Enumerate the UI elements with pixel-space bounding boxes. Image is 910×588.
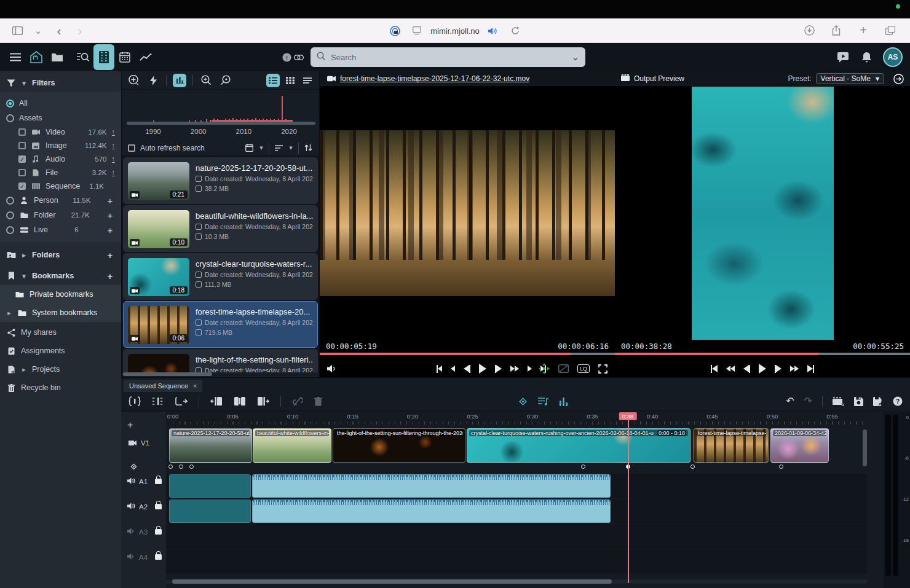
goto-start-icon[interactable] (711, 364, 718, 374)
projects-chevron-icon[interactable]: ▸ (21, 366, 27, 374)
mimir-home-logo[interactable] (26, 47, 47, 68)
audio-track-header-a3[interactable]: A3 (121, 528, 166, 536)
radio-icon[interactable] (6, 114, 14, 122)
checkbox-checked-icon[interactable]: ✓ (18, 155, 26, 163)
checkbox-checked-icon[interactable]: ✓ (18, 182, 26, 190)
mark-out-icon[interactable] (528, 364, 532, 374)
audio-track-header-a4[interactable]: A4 (121, 553, 166, 561)
timeline-clip[interactable]: nature-2025-12-17-20-20-58-utc.m (169, 428, 252, 463)
preset-select[interactable]: Vertical - SoMe ▾ (816, 73, 884, 84)
timeline-clip[interactable]: crystal-clear-turquoise-waters-rushing-o… (467, 428, 690, 463)
goto-end-icon[interactable] (807, 364, 814, 374)
speaker-icon[interactable] (127, 553, 135, 561)
upload-icon[interactable]: ↑ (112, 128, 116, 136)
playhead-time-badge[interactable]: 0:38 (619, 412, 637, 420)
live-add-icon[interactable]: + (105, 225, 115, 235)
sidebar-item-private-bookmarks[interactable]: Private bookmarks (0, 285, 121, 304)
step-back-icon[interactable] (464, 364, 470, 374)
filter-radio-assets[interactable]: Assets (0, 111, 121, 125)
timeline-clip[interactable]: 2026-01-09-06-34-42-ut (770, 428, 829, 463)
folders-add-icon[interactable]: + (105, 250, 115, 261)
reader-view-icon[interactable] (408, 22, 425, 39)
compact-view-icon[interactable] (301, 74, 314, 87)
output-video-viewport[interactable] (692, 87, 834, 340)
filter-type-image[interactable]: Image 112.4K ↑ (0, 139, 121, 152)
user-avatar[interactable]: AS (883, 47, 903, 67)
trim-right-icon[interactable] (257, 396, 269, 406)
downloads-icon[interactable] (801, 22, 818, 39)
sidebar-item-my-shares[interactable]: My shares (0, 323, 121, 342)
asset-list-scrollbar[interactable] (122, 372, 319, 376)
tab-overview-icon[interactable] (882, 22, 899, 39)
asset-list-item[interactable]: 0:21 nature-2025-12-17-20-20-58-ut... Da… (123, 157, 318, 204)
play-button[interactable] (759, 364, 766, 374)
search-in-results-icon[interactable] (199, 74, 213, 87)
speaker-icon[interactable] (127, 528, 135, 536)
reload-icon[interactable] (507, 22, 524, 39)
global-search-bar[interactable]: ⌄ (311, 47, 585, 67)
bookmarks-add-icon[interactable]: + (105, 271, 115, 281)
source-filename-link[interactable]: forest-time-lapse-timelapse-2025-12-17-0… (340, 74, 529, 83)
radio-icon[interactable] (6, 197, 14, 205)
render-sequence-icon[interactable] (833, 396, 844, 406)
auto-refresh-checkbox[interactable] (128, 144, 135, 152)
filter-type-audio[interactable]: ✓ Audio 570 ↑ (0, 152, 121, 166)
info-icon[interactable]: i (280, 47, 293, 68)
a3-track-lane[interactable] (166, 524, 867, 549)
audio-clip[interactable] (169, 500, 251, 523)
play-button[interactable] (479, 364, 486, 374)
timeline-clip[interactable]: beautiful-white-wildflowers-in-lav (253, 428, 331, 463)
list-view-icon-active[interactable] (266, 74, 280, 87)
add-track-icon[interactable]: + (127, 420, 133, 431)
radio-icon[interactable] (6, 226, 14, 234)
sort-icon[interactable] (274, 143, 283, 153)
export-icon[interactable] (893, 74, 904, 84)
add-asset-icon[interactable] (127, 74, 140, 87)
folder-add-icon[interactable]: + (105, 210, 115, 221)
radio-selected-icon[interactable] (6, 100, 14, 108)
audio-track-header-a1[interactable]: A1 (121, 477, 166, 485)
notifications-bell-icon[interactable] (856, 47, 877, 68)
search-chevron-icon[interactable]: ⌄ (571, 52, 579, 63)
save-icon[interactable] (854, 396, 863, 406)
share-icon[interactable] (828, 22, 845, 39)
mute-icon[interactable] (327, 364, 337, 374)
asset-list-item[interactable]: 0:18 crystal-clear-turquoise-waters-r...… (123, 253, 318, 300)
asset-list-item[interactable]: 0:10 beautiful-white-wildflowers-in-la..… (123, 205, 318, 252)
sort-chevron-icon[interactable]: ▾ (288, 144, 294, 152)
quick-actions-lightning-icon[interactable] (146, 74, 160, 87)
audio-track-header-a2[interactable]: A2 (121, 503, 166, 511)
audio-clip-waveform[interactable] (252, 500, 611, 523)
system-bookmarks-chevron-icon[interactable]: ▸ (6, 309, 12, 317)
audio-clip[interactable] (169, 474, 251, 498)
filter-radio-live[interactable]: Live 6 + (0, 222, 121, 237)
sort-order-icon[interactable] (303, 143, 313, 153)
filters-chevron-icon[interactable]: ▾ (21, 79, 27, 87)
media-library-nav-icon-active[interactable] (93, 44, 114, 70)
filter-type-sequence[interactable]: ✓ Sequence 1.1K (0, 179, 121, 193)
histogram-toggle-icon-active[interactable] (173, 74, 186, 87)
back-button[interactable]: ‹ (50, 22, 68, 39)
search-settings-icon[interactable] (219, 74, 232, 87)
fast-forward-icon[interactable] (790, 364, 799, 374)
filter-radio-all[interactable]: All (0, 96, 121, 111)
output-progress-bar[interactable] (615, 353, 910, 355)
lock-icon[interactable] (155, 504, 162, 509)
playhead-line[interactable] (628, 412, 629, 583)
keyframe-lane[interactable] (166, 464, 867, 471)
rewind-icon[interactable] (726, 364, 735, 374)
lock-icon[interactable] (155, 479, 162, 484)
filter-type-file[interactable]: File 3.2K ↑ (0, 166, 121, 179)
asset-list-item-selected[interactable]: 0:06 forest-time-lapse-timelapse-20... D… (123, 301, 318, 348)
audio-clip-waveform[interactable] (252, 474, 611, 498)
source-video-viewport[interactable] (320, 130, 615, 296)
sidebar-item-system-bookmarks[interactable]: ▸ System bookmarks (0, 304, 121, 322)
bookmarks-section-header[interactable]: ▾ Bookmarks + (0, 267, 121, 285)
keyframe-tool-icon[interactable] (518, 396, 528, 406)
filter-radio-person[interactable]: Person 11.5K + (0, 193, 121, 208)
upload-icon[interactable]: ↑ (112, 142, 116, 149)
pan-move-icon[interactable] (539, 364, 550, 374)
fast-forward-icon[interactable] (510, 364, 519, 374)
bookmarks-chevron-icon[interactable]: ▾ (21, 272, 27, 280)
sequence-tab[interactable]: Unsaved Sequence × (124, 380, 202, 392)
